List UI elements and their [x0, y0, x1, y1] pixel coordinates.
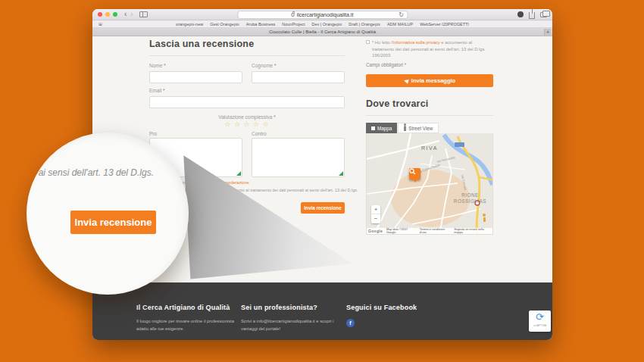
share-icon[interactable] [529, 12, 535, 19]
bookmark-item[interactable]: orangepix-new [176, 22, 203, 27]
nome-input[interactable] [149, 71, 242, 83]
bookmark-item[interactable]: Aruba Business [246, 22, 276, 27]
favorites-grid-icon[interactable]: ⊞ [98, 22, 102, 27]
map-terms-link[interactable]: Termini e condizioni d'uso [420, 228, 451, 234]
window-controls [98, 12, 117, 17]
browser-toolbar: ‹ › ilcercartigianodiqualita.it ↻ [92, 9, 552, 20]
toolbar-right-icons [517, 11, 547, 19]
facebook-icon[interactable]: f [346, 319, 355, 327]
minimize-window-icon[interactable] [105, 12, 110, 17]
bookmark-item[interactable]: ADM MAILUP [387, 22, 413, 27]
pro-label: Pro [149, 131, 242, 136]
contact-and-map-column: * Ho letto l'informativa sulla privacy e… [366, 39, 493, 235]
nome-label: Nome * [149, 63, 242, 68]
map-widget: Mappa Street View [366, 123, 493, 235]
magnified-snippet-text: li ai sensi dell'art. 13 del D.lgs. [32, 167, 154, 178]
divider [366, 115, 493, 116]
contact-privacy-row: * Ho letto l'informativa sulla privacy e… [366, 39, 493, 59]
footer-about-text: Il luogo migliore per trovare online il … [136, 318, 239, 333]
map-attribution: Google Map data ©2017 Google Termini e c… [367, 228, 492, 234]
cognome-input[interactable] [252, 71, 345, 83]
zoom-out-button[interactable]: − [371, 214, 380, 223]
email-label: Email * [149, 88, 345, 93]
magnifier-circle: li ai sensi dell'art. 13 del D.lgs. Invi… [27, 133, 189, 295]
recaptcha-badge[interactable]: ⟳ reCAPTCHA [529, 311, 551, 332]
tab-bar: Cioccolato Colle | Biella - Il Cerca Art… [92, 28, 552, 36]
send-icon [403, 78, 408, 83]
map-zoom-control: + − [371, 205, 380, 223]
close-window-icon[interactable] [98, 12, 102, 17]
contro-textarea[interactable] [252, 138, 345, 177]
resize-handle-icon[interactable] [339, 171, 343, 176]
address-bar[interactable]: ilcercartigianodiqualita.it ↻ [237, 11, 408, 19]
email-input[interactable] [149, 96, 345, 108]
bookmark-item[interactable]: NounProject [282, 22, 305, 27]
lock-icon [292, 13, 295, 17]
extension-icon[interactable] [517, 11, 524, 17]
map-marker[interactable] [409, 168, 420, 179]
cognome-label: Cognome * [252, 63, 345, 68]
sidebar-icon[interactable] [139, 11, 148, 17]
bookmarks-bar: ⊞ orangepix-new Gest Orangepix Aruba Bus… [92, 20, 552, 28]
road-badge [455, 142, 464, 147]
google-logo[interactable]: Google [368, 229, 383, 233]
footer-about-title: Il Cerca Artigiano di Qualità [136, 304, 239, 311]
contact-privacy-link[interactable]: informativa sulla privacy [393, 40, 440, 45]
google-map[interactable]: RIVA RIONEROSSIGLIAS Via Serravalle Via … [366, 133, 493, 235]
map-report-link[interactable]: Segnala un errore nella mappa [454, 228, 491, 234]
map-label-rione: RIONEROSSIGLIAS [454, 192, 486, 204]
send-message-label: Invia messaggio [411, 77, 455, 84]
map-icon [371, 126, 375, 130]
bookmark-item[interactable]: Gest Orangepix [210, 22, 239, 27]
map-data-credit: Map data ©2017 Google [386, 228, 416, 234]
star-rating-icons[interactable]: ☆ ☆ ☆ ☆ ☆ [149, 120, 345, 128]
map-section-title: Dove trovarci [366, 98, 493, 109]
contro-label: Contro [252, 131, 345, 136]
bookmark-item[interactable]: Dev | Orangepix [312, 22, 342, 27]
contact-privacy-checkbox[interactable] [366, 40, 370, 44]
map-tab[interactable]: Mappa [366, 123, 397, 133]
url-text: ilcercartigianodiqualita.it [297, 12, 354, 17]
back-icon[interactable]: ‹ [124, 11, 127, 18]
footer-facebook-column: Seguici su Facebook f [346, 304, 437, 327]
rating-label: Valutazione complessiva * [149, 114, 345, 120]
magnified-submit-review-button[interactable]: Invia recensione [70, 211, 156, 234]
bookmark-item[interactable]: WebServer I20PROGETTI [420, 22, 469, 27]
resize-handle-icon[interactable] [236, 171, 241, 176]
divider [149, 55, 345, 56]
footer-professional-text: Scrivi a info@ilcercartigianodiqualita.i… [241, 318, 338, 333]
bookmark-item[interactable]: Draft | Orangepix [349, 22, 380, 27]
required-fields-note: Campi obbligatori * [366, 62, 493, 67]
contact-privacy-text: * Ho letto l'informativa sulla privacy e… [372, 39, 493, 59]
footer-professional-title: Sei un professionista? [241, 304, 338, 311]
active-tab[interactable]: Cioccolato Colle | Biella - Il Cerca Art… [269, 30, 376, 34]
forward-icon[interactable]: › [130, 11, 133, 18]
recaptcha-label: reCAPTCHA [529, 324, 551, 327]
zoom-window-icon[interactable] [113, 12, 117, 17]
tab-overview-icon[interactable] [540, 12, 547, 17]
footer-facebook-title: Seguici su Facebook [346, 304, 437, 311]
magnifier-icon [409, 168, 416, 175]
footer-professional-column: Sei un professionista? Scrivi a info@ilc… [241, 304, 338, 333]
recaptcha-icon: ⟳ [529, 311, 551, 324]
map-label-riva: RIVA [421, 145, 438, 151]
site-footer: Il Cerca Artigiano di Qualità Il luogo m… [92, 282, 552, 340]
footer-about-column: Il Cerca Artigiano di Qualità Il luogo m… [136, 304, 239, 333]
zoom-in-button[interactable]: + [371, 205, 380, 214]
pegman-icon [404, 126, 406, 131]
submit-review-button[interactable]: Invia recensione [301, 202, 345, 214]
review-form-title: Lascia una recensione [149, 39, 345, 49]
street-view-tab[interactable]: Street View [398, 123, 439, 133]
new-tab-button[interactable]: + [544, 29, 551, 36]
map-pegman-icon[interactable] [482, 214, 486, 222]
privacy-text-suffix: e acconsento al trattamento dei dati per… [220, 188, 358, 192]
reload-icon[interactable]: ↻ [399, 11, 404, 18]
send-message-button[interactable]: Invia messaggio [366, 74, 493, 87]
